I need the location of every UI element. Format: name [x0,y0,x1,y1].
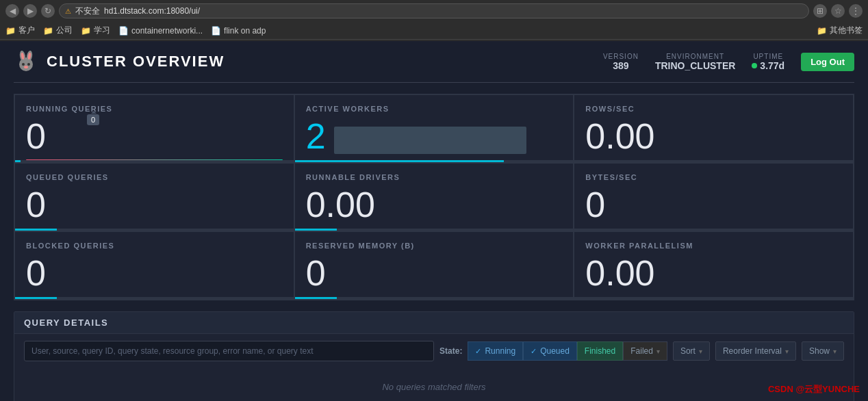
metric-label-3: QUEUED QUERIES [26,173,283,181]
metric-bar-track-2 [574,160,853,162]
forward-button[interactable]: ▶ [23,4,37,18]
metric-value-0: 0 [26,118,46,154]
query-search-input[interactable] [24,341,434,361]
metric-bar-fill-0 [15,160,21,162]
bookmark-label: containernetworki... [131,26,203,36]
bookmark-label: flink on adp [224,26,266,36]
metric-value-5: 0 [585,187,605,222]
metric-card-0: RUNNING QUERIES00 [14,94,294,163]
metric-value-8: 0.00 [585,255,654,291]
metric-bar-track-4 [295,229,574,231]
show-label: Show [809,346,830,356]
state-finished-button[interactable]: Finished [577,341,623,361]
back-button[interactable]: ◀ [5,4,19,18]
metric-value-4: 0.00 [306,187,375,222]
state-running-button[interactable]: ✓ Running [468,341,523,361]
bookmark-label: 其他书签 [830,25,863,36]
metric-value-3: 0 [26,187,46,222]
metric-bar-track-1 [295,160,574,162]
address-bar[interactable]: ⚠ 不安全 hd1.dtstack.com:18080/ui/ [59,3,809,18]
browser-chrome: ◀ ▶ ↻ ⚠ 不安全 hd1.dtstack.com:18080/ui/ ⊞ … [0,0,868,41]
metric-card-8: WORKER PARALLELISM0.00 [574,231,854,300]
metric-card-7: RESERVED MEMORY (B)0 [294,231,574,300]
metric-label-6: BLOCKED QUERIES [26,242,283,250]
metrics-grid: RUNNING QUERIES00ACTIVE WORKERS2ROWS/SEC… [14,94,854,300]
sort-dropdown-icon: ▾ [699,348,702,355]
metric-card-1: ACTIVE WORKERS2 [294,94,574,163]
metric-bar-fill-6 [15,297,57,299]
state-label: State: [439,346,462,356]
query-details-section: QUERY DETAILS State: ✓ Running ✓ Queued … [14,311,854,401]
state-failed-button[interactable]: Failed ▾ [623,341,667,361]
header-right: VERSION 389 ENVIRONMENT TRINO_CLUSTER UP… [603,53,854,71]
svg-point-5 [22,63,25,66]
reorder-button[interactable]: Reorder Interval ▾ [715,341,796,361]
check-icon: ✓ [475,347,481,356]
state-buttons: ✓ Running ✓ Queued Finished Failed ▾ [468,341,667,361]
svg-point-7 [24,66,28,68]
metric-label-7: RESERVED MEMORY (B) [306,242,563,250]
version-value: 389 [613,60,628,71]
sort-button[interactable]: Sort ▾ [673,341,710,361]
metric-bar-track-5 [574,229,853,231]
folder-icon: 📁 [81,26,91,36]
folder-icon: 📁 [43,26,53,36]
bookmarks-bar: 📁 客户 📁 公司 📁 学习 📄 containernetworki... 📄 … [0,22,868,40]
environment-label: ENVIRONMENT [666,53,724,60]
more-button[interactable]: ⋮ [849,4,863,18]
state-queued-button[interactable]: ✓ Queued [523,341,577,361]
metric-bar-track-7 [295,297,574,299]
running-label: Running [485,346,515,356]
metric-label-1: ACTIVE WORKERS [306,105,563,113]
workers-bar [334,127,526,154]
metric-bar-fill-7 [295,297,337,299]
metric-card-4: RUNNABLE DRIVERS0.00 [294,163,574,231]
metric-card-2: ROWS/SEC0.00 [574,94,854,163]
bookmark-learning[interactable]: 📁 学习 [81,25,110,36]
page-title: CLUSTER OVERVIEW [47,53,225,70]
uptime-label: UPTIME [753,53,783,60]
uptime-value: 3.77d [760,60,784,71]
watermark: CSDN @云型YUNCHE [768,383,860,396]
bookmark-label: 学习 [94,25,110,36]
metric-label-0: RUNNING QUERIES [26,105,283,113]
bookmark-label: 客户 [18,25,35,36]
metric-label-8: WORKER PARALLELISM [585,242,842,250]
bookmark-flink[interactable]: 📄 flink on adp [211,26,266,36]
show-button[interactable]: Show ▾ [802,341,844,361]
metric-value-1: 2 [306,118,326,154]
metric-bar-track-0 [15,160,294,162]
metric-bar-track-6 [15,297,294,299]
environment-value: TRINO_CLUSTER [655,60,735,71]
folder-icon: 📁 [817,26,827,36]
bookmark-button[interactable]: ☆ [831,4,845,18]
header: CLUSTER OVERVIEW VERSION 389 ENVIRONMENT… [14,49,854,83]
logo-svg [14,49,38,74]
folder-icon: 📁 [5,26,16,36]
metric-value-6: 0 [26,255,46,291]
finished-label: Finished [585,346,615,356]
bookmark-container[interactable]: 📄 containernetworki... [118,26,203,36]
check-icon: ✓ [531,347,537,356]
bookmark-customer[interactable]: 📁 客户 [5,25,35,36]
uptime-stat: UPTIME 3.77d [752,53,784,71]
bookmark-company[interactable]: 📁 公司 [43,25,73,36]
metric-value-7: 0 [306,255,326,291]
failed-label: Failed [630,346,653,356]
metric-value-2: 0.00 [585,118,654,154]
metric-tooltip: 0 [87,114,99,125]
extensions-button[interactable]: ⊞ [813,4,827,18]
environment-stat: ENVIRONMENT TRINO_CLUSTER [655,53,735,71]
query-details-toolbar: State: ✓ Running ✓ Queued Finished Faile… [14,334,854,368]
logout-button[interactable]: Log Out [801,53,854,71]
metric-bar-fill-3 [15,229,57,231]
app-container: CLUSTER OVERVIEW VERSION 389 ENVIRONMENT… [0,41,868,401]
bookmark-other[interactable]: 📁 其他书签 [817,25,863,36]
metric-label-2: ROWS/SEC [585,105,842,113]
version-stat: VERSION 389 [603,53,639,71]
insecure-icon: ⚠ [65,8,71,15]
page-icon: 📄 [118,26,129,36]
refresh-button[interactable]: ↻ [41,4,55,18]
svg-point-6 [27,63,30,66]
metric-label-5: BYTES/SEC [585,173,842,181]
